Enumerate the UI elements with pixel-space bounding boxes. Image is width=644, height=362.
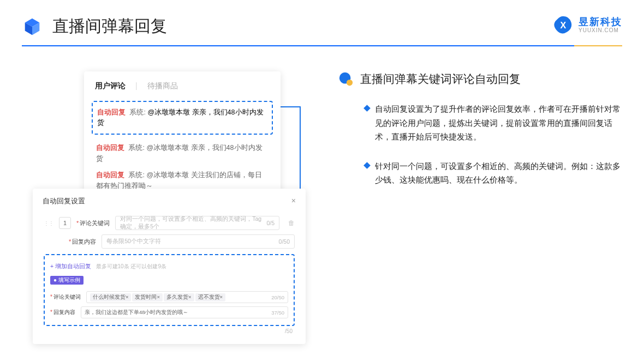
logo-en: YUUXIN.COM: [579, 27, 622, 33]
bullet-text: 自动回复设置为了提升作者的评论回复效率，作者可在开播前针对常见的评论用户问题，提…: [375, 102, 622, 144]
bullet-item: 自动回复设置为了提升作者的评论回复效率，作者可在开播前针对常见的评论用户问题，提…: [338, 102, 622, 144]
logo-icon: X: [553, 15, 573, 35]
system-label: 系统:: [129, 108, 145, 116]
ex-content-input[interactable]: 亲，我们这边都是下单48小时内发货的哦～ 37/50: [81, 306, 288, 318]
ex-keyword-input[interactable]: 什么时候发货× 发货时间× 多久发货× 迟不发货× 20/50: [86, 291, 288, 303]
bullet-text: 针对同一个问题，可设置多个相近的、高频的关键词。例如：这款多少钱、这块能优惠吗、…: [375, 159, 622, 187]
ex-content-counter: 37/50: [271, 310, 284, 316]
tab-pending-goods[interactable]: 待播商品: [147, 81, 178, 91]
diamond-icon: [363, 105, 371, 112]
ex-keyword-counter: 20/50: [271, 294, 284, 300]
keyword-counter: 0/5: [266, 220, 275, 226]
example-badge: ● 填写示例: [50, 276, 84, 285]
tab-separator: |: [135, 81, 138, 91]
keyword-input[interactable]: 对同一个问题，可设置多个相近、高频的关键词，Tag确定，最多5个 0/5: [115, 216, 279, 230]
keyword-label: *评论关键词: [76, 219, 110, 227]
delete-icon[interactable]: 🗑: [288, 219, 295, 227]
diamond-icon: [363, 162, 371, 169]
settings-card: 自动回复设置 × ⋮⋮ 1 *评论关键词 对同一个问题，可设置多个相近、高频的关…: [33, 189, 306, 344]
comment-row: 自动回复 系统: @冰墩墩本墩 亲亲，我们48小时内发货: [84, 140, 281, 167]
index-box: 1: [59, 217, 71, 229]
svg-point-2: [347, 80, 353, 86]
keyword-placeholder: 对同一个问题，可设置多个相近、高频的关键词，Tag确定，最多5个: [120, 215, 266, 231]
content-counter: 0/50: [279, 238, 290, 245]
auto-reply-tag: 自动回复: [96, 144, 124, 152]
ex-content-label: *回复内容: [50, 309, 75, 316]
add-auto-reply-link[interactable]: + 增加自动回复: [50, 263, 91, 269]
add-hint: 最多可建10条 还可以创建9条: [96, 263, 166, 269]
chat-bubble-icon: [338, 71, 354, 87]
system-label: 系统:: [128, 171, 144, 179]
keyword-tag[interactable]: 多久发货×: [164, 293, 194, 301]
comments-card: 用户评论 | 待播商品 自动回复 系统: @冰墩墩本墩 亲亲，我们48小时内发货…: [84, 71, 281, 209]
content-input[interactable]: 每条限50个中文字符 0/50: [102, 234, 295, 249]
brand-logo: X 昱新科技 YUUXIN.COM: [553, 15, 622, 35]
logo-cn: 昱新科技: [579, 17, 622, 28]
content-placeholder: 每条限50个中文字符: [106, 238, 161, 245]
highlighted-comment: 自动回复 系统: @冰墩墩本墩 亲亲，我们48小时内发货: [92, 101, 273, 135]
settings-title: 自动回复设置: [43, 196, 85, 206]
auto-reply-tag: 自动回复: [97, 108, 126, 116]
outer-counter: /50: [40, 326, 298, 334]
bullet-item: 针对同一个问题，可设置多个相近的、高频的关键词。例如：这款多少钱、这块能优惠吗、…: [338, 159, 622, 187]
feature-title: 直播间弹幕关键词评论自动回复: [360, 71, 521, 87]
content-label: *回复内容: [69, 238, 96, 246]
example-box: + 增加自动回复 最多可建10条 还可以创建9条 ● 填写示例 *评论关键词 什…: [44, 254, 295, 326]
drag-handle-icon[interactable]: ⋮⋮: [44, 220, 53, 226]
system-label: 系统:: [128, 144, 144, 152]
close-icon[interactable]: ×: [291, 196, 296, 206]
ex-keyword-label: *评论关键词: [50, 293, 81, 301]
keyword-tag[interactable]: 什么时候发货×: [90, 293, 132, 301]
keyword-tag[interactable]: 迟不发货×: [195, 293, 226, 301]
ex-content-value: 亲，我们这边都是下单48小时内发货的哦～: [85, 309, 189, 316]
svg-text:X: X: [560, 20, 567, 30]
page-title: 直播间弹幕回复: [52, 15, 167, 38]
auto-reply-tag: 自动回复: [96, 171, 124, 179]
cube-icon: [22, 16, 43, 37]
keyword-tag[interactable]: 发货时间×: [132, 293, 163, 301]
tab-user-comments[interactable]: 用户评论: [95, 81, 126, 91]
